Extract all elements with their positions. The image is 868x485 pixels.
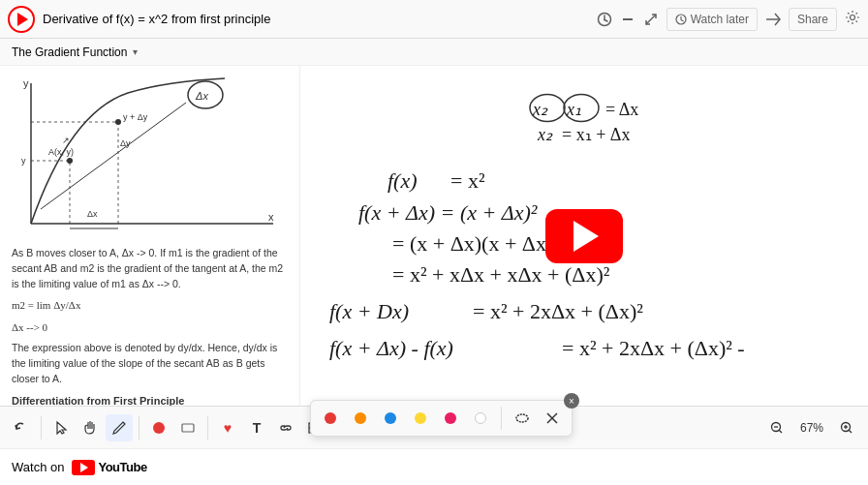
- heart-button[interactable]: ♥: [214, 414, 241, 441]
- svg-text:x: x: [268, 211, 274, 223]
- video-container: Derivative of f(x) = x^2 from first prin…: [0, 0, 868, 485]
- svg-text:= x² + xΔx + xΔx + (Δx)²: = x² + xΔx + xΔx + (Δx)²: [392, 262, 610, 287]
- color-red-button[interactable]: [317, 405, 344, 432]
- tool-group-colors: [145, 414, 202, 441]
- svg-text:= Δx: = Δx: [605, 100, 638, 119]
- watch-on-bar: Watch on YouTube: [0, 448, 868, 485]
- white-color-dot: [475, 412, 486, 424]
- svg-text:f(x): f(x): [388, 168, 418, 193]
- eraser-button[interactable]: [174, 414, 202, 441]
- expand-icon[interactable]: [643, 12, 659, 27]
- svg-text:f(x + Dx): f(x + Dx): [329, 299, 409, 323]
- cursor-tool-button[interactable]: [47, 414, 75, 441]
- zoom-out-button[interactable]: [763, 414, 790, 441]
- main-content: x y A(x, y) Δx: [0, 66, 868, 406]
- svg-text:x₁: x₁: [566, 100, 581, 119]
- link-button[interactable]: [272, 414, 299, 441]
- graph-svg: x y A(x, y) Δx: [12, 74, 283, 238]
- color-blue-button[interactable]: [377, 405, 404, 432]
- lasso-tool-button[interactable]: [509, 405, 536, 432]
- youtube-red-icon: [72, 460, 95, 475]
- separator-tools: [41, 416, 42, 440]
- color-pink-button[interactable]: [437, 405, 464, 432]
- share-button[interactable]: Share: [789, 8, 837, 31]
- toolbar-color-red[interactable]: [145, 414, 172, 441]
- text-button[interactable]: T: [243, 414, 270, 441]
- annotation-close-button[interactable]: ×: [564, 393, 579, 409]
- separator-2: [139, 416, 140, 440]
- minimize-icon[interactable]: [620, 12, 636, 27]
- color-orange-button[interactable]: [347, 405, 374, 432]
- annotation-toolbar: ×: [310, 400, 573, 437]
- orange-color-dot: [355, 412, 366, 424]
- hand-tool-button[interactable]: [77, 414, 104, 441]
- color-yellow-button[interactable]: [407, 405, 434, 432]
- svg-text:Δx: Δx: [87, 209, 98, 219]
- toolbar-red-dot: [153, 422, 165, 434]
- settings-icon[interactable]: [845, 10, 860, 28]
- svg-text:Δy: Δy: [120, 138, 131, 148]
- zoom-controls: 67%: [763, 414, 860, 441]
- color-white-button[interactable]: [467, 405, 494, 432]
- subtitle-text: The Gradient Function: [12, 45, 127, 59]
- blue-color-dot: [385, 412, 396, 424]
- tool-group-select: [47, 414, 133, 441]
- svg-point-8: [851, 15, 855, 20]
- svg-rect-48: [182, 424, 194, 432]
- subtitle-chevron-icon[interactable]: ▾: [133, 46, 138, 57]
- pen-tool-button[interactable]: [106, 414, 133, 441]
- svg-text:f(x + Δx) = (x + Δx)²: f(x + Δx) = (x + Δx)²: [358, 200, 538, 225]
- svg-text:f(x + Δx) - f(x): f(x + Δx) - f(x): [329, 336, 453, 360]
- math-canvas: x₂ x₁ = Δx x₂ = x₁ + Δx f(x) = x² f(x + …: [300, 66, 868, 406]
- left-text: As B moves closer to A, Δx -> 0. If m1 i…: [12, 246, 288, 406]
- clock-icon[interactable]: [597, 12, 612, 27]
- graph-area: x y A(x, y) Δx: [12, 74, 283, 238]
- svg-text:= x²: = x²: [450, 168, 485, 193]
- svg-point-45: [516, 414, 528, 422]
- svg-text:x₂: x₂: [537, 125, 553, 144]
- pink-color-dot: [445, 412, 456, 424]
- svg-text:y + Δy: y + Δy: [123, 112, 148, 122]
- svg-text:= x² + 2xΔx + (Δx)² -: = x² + 2xΔx + (Δx)² -: [562, 336, 745, 360]
- play-triangle-icon: [574, 221, 599, 252]
- svg-line-58: [849, 430, 852, 433]
- svg-text:= x₁ + Δx: = x₁ + Δx: [562, 125, 630, 144]
- separator-3: [207, 416, 208, 440]
- svg-text:x₂: x₂: [532, 100, 548, 119]
- watch-later-button[interactable]: Watch later: [666, 8, 758, 31]
- video-title: Derivative of f(x) = x^2 from first prin…: [43, 12, 589, 26]
- youtube-text: YouTube: [98, 460, 146, 474]
- text-icon: T: [253, 420, 262, 436]
- svg-text:A(x, y): A(x, y): [48, 147, 74, 157]
- svg-text:y: y: [23, 77, 29, 89]
- play-button[interactable]: [545, 209, 623, 263]
- youtube-logo-small[interactable]: YouTube: [72, 460, 146, 475]
- annotation-close-x-button[interactable]: [539, 405, 566, 432]
- zoom-level: 67%: [796, 421, 827, 435]
- svg-text:↗: ↗: [62, 136, 70, 145]
- undo-button[interactable]: [8, 414, 35, 441]
- heading-differentiation: Differentiation from First Principle: [12, 395, 184, 407]
- right-panel: x₂ x₁ = Δx x₂ = x₁ + Δx f(x) = x² f(x + …: [300, 66, 868, 406]
- zoom-in-button[interactable]: [833, 414, 860, 441]
- formula-1: m2 = lim Δy/Δx: [12, 297, 288, 314]
- share-icon[interactable]: [765, 12, 781, 27]
- svg-line-4: [646, 15, 656, 24]
- separator-1: [501, 407, 502, 430]
- heart-icon: ♥: [224, 420, 232, 436]
- formula-2: Δx --> 0: [12, 319, 288, 336]
- svg-text:y: y: [21, 156, 26, 166]
- red-color-dot: [325, 412, 336, 424]
- paragraph-1: As B moves closer to A, Δx -> 0. If m1 i…: [12, 246, 288, 291]
- watch-on-text: Watch on: [12, 460, 64, 474]
- yellow-color-dot: [415, 412, 426, 424]
- svg-line-54: [779, 430, 782, 433]
- svg-line-7: [681, 19, 684, 21]
- top-bar-controls: Watch later Share: [597, 8, 860, 31]
- svg-text:Δx: Δx: [195, 90, 208, 102]
- top-bar: Derivative of f(x) = x^2 from first prin…: [0, 0, 868, 39]
- svg-text:= (x + Δx)(x + Δx): = (x + Δx)(x + Δx): [392, 231, 553, 256]
- left-panel: x y A(x, y) Δx: [0, 66, 300, 406]
- youtube-logo: [8, 6, 35, 33]
- svg-text:= x² + 2xΔx + (Δx)²: = x² + 2xΔx + (Δx)²: [473, 299, 643, 323]
